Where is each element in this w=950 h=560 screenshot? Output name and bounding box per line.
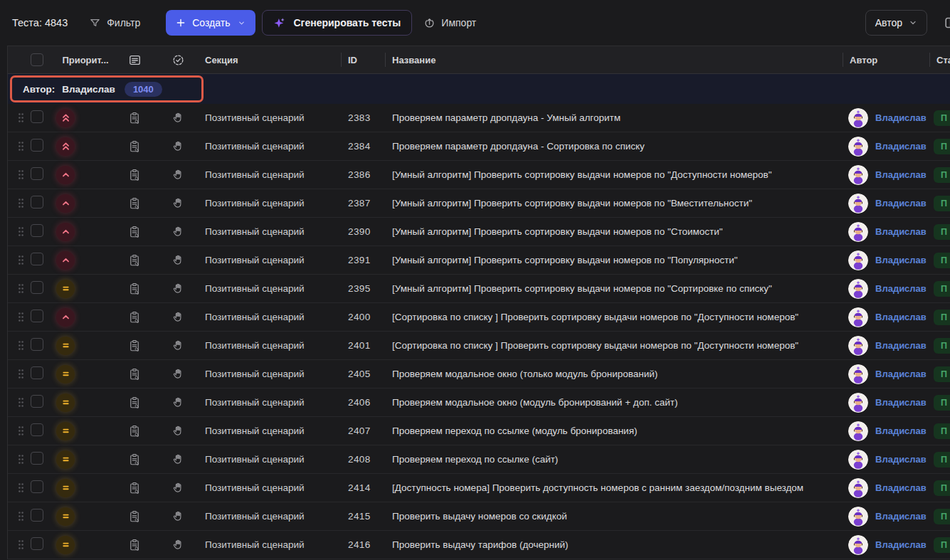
section-cell[interactable]: Позитивный сценарий [201,255,341,265]
status-column-header[interactable]: Ста [929,46,950,73]
author-name[interactable]: Владислав [875,169,927,180]
row-name[interactable]: [Умный алгоритм] Проверить сортировку вы… [385,169,843,180]
row-name[interactable]: Проверить выдачу номеров со скидкой [385,511,843,522]
drag-handle[interactable] [8,198,31,208]
section-cell[interactable]: Позитивный сценарий [201,397,341,408]
drag-handle[interactable] [8,511,31,522]
table-row[interactable]: Позитивный сценарий 2395 [Умный алгоритм… [8,275,950,303]
row-name[interactable]: Проверяем переход по ссылке (сайт) [385,454,843,465]
row-checkbox[interactable] [31,110,43,123]
table-row[interactable]: Позитивный сценарий 2405 Проверяем модал… [8,360,950,389]
row-name[interactable]: Проверяем модальное окно (только модуль … [385,369,843,379]
row-name[interactable]: [Умный алгоритм] Проверить сортировку вы… [385,283,843,294]
table-row[interactable]: Позитивный сценарий 2390 [Умный алгоритм… [8,218,950,246]
id-column-header[interactable]: ID [341,46,385,73]
section-cell[interactable]: Позитивный сценарий [201,539,341,550]
table-row[interactable]: Позитивный сценарий 2416 Проверить выдач… [8,531,950,559]
row-id[interactable]: 2383 [341,112,385,123]
table-row[interactable]: Позитивный сценарий 2408 Проверяем перех… [8,445,950,474]
drag-handle[interactable] [8,539,31,550]
columns-settings-icon[interactable] [944,15,950,31]
row-id[interactable]: 2390 [341,226,385,237]
create-button[interactable]: Создать [166,10,255,36]
row-id[interactable]: 2415 [341,511,385,522]
row-name[interactable]: [Умный алгоритм] Проверить сортировку вы… [385,226,843,237]
generate-tests-button[interactable]: Сгенерировать тесты [262,10,412,36]
row-name[interactable]: [Сортировка по списку ] Проверить сортир… [385,340,843,351]
row-id[interactable]: 2414 [341,482,385,493]
drag-handle[interactable] [8,482,31,493]
row-checkbox[interactable] [31,281,43,294]
section-cell[interactable]: Позитивный сценарий [201,426,341,436]
row-checkbox[interactable] [31,196,43,208]
drag-handle[interactable] [8,141,31,152]
row-checkbox[interactable] [31,423,43,436]
name-column-header[interactable]: Название [385,46,843,73]
section-cell[interactable]: Позитивный сценарий [201,340,341,351]
row-checkbox[interactable] [31,480,43,493]
row-checkbox[interactable] [31,139,43,152]
row-id[interactable]: 2407 [341,426,385,436]
drag-handle[interactable] [8,169,31,180]
section-cell[interactable]: Позитивный сценарий [201,482,341,493]
drag-handle[interactable] [8,369,31,379]
row-id[interactable]: 2408 [341,454,385,465]
section-cell[interactable]: Позитивный сценарий [201,283,341,294]
row-checkbox[interactable] [31,167,43,180]
table-row[interactable]: Позитивный сценарий 2384 Проверяем парам… [8,132,950,161]
drag-handle[interactable] [8,454,31,465]
row-id[interactable]: 2386 [341,169,385,180]
drag-handle[interactable] [8,340,31,351]
row-id[interactable]: 2387 [341,198,385,208]
author-name[interactable]: Владислав [875,255,927,265]
author-name[interactable]: Владислав [875,539,927,550]
author-name[interactable]: Владислав [875,426,927,436]
row-checkbox[interactable] [31,537,43,550]
row-name[interactable]: Проверяем параметр дропдауна - Сортировк… [385,141,843,152]
row-checkbox[interactable] [31,310,43,322]
row-id[interactable]: 2395 [341,283,385,294]
row-checkbox[interactable] [31,224,43,237]
row-id[interactable]: 2400 [341,312,385,322]
row-id[interactable]: 2384 [341,141,385,152]
author-name[interactable]: Владислав [875,112,927,123]
section-cell[interactable]: Позитивный сценарий [201,169,341,180]
row-id[interactable]: 2401 [341,340,385,351]
table-row[interactable]: Позитивный сценарий 2387 [Умный алгоритм… [8,189,950,218]
author-name[interactable]: Владислав [875,511,927,522]
row-name[interactable]: [Сортировка по списку ] Проверить сортир… [385,312,843,322]
row-id[interactable]: 2416 [341,539,385,550]
section-cell[interactable]: Позитивный сценарий [201,226,341,237]
row-id[interactable]: 2391 [341,255,385,265]
drag-handle[interactable] [8,426,31,436]
row-checkbox[interactable] [31,395,43,408]
author-name[interactable]: Владислав [875,141,927,152]
row-checkbox[interactable] [31,509,43,522]
section-cell[interactable]: Позитивный сценарий [201,141,341,152]
table-row[interactable]: Позитивный сценарий 2386 [Умный алгоритм… [8,161,950,189]
drag-handle[interactable] [8,397,31,408]
row-name[interactable]: Проверяем переход по ссылке (модуль брон… [385,426,843,436]
row-name[interactable]: Проверяем модальное окно (модуль брониро… [385,397,843,408]
drag-handle[interactable] [8,226,31,237]
author-name[interactable]: Владислав [875,397,927,408]
table-row[interactable]: Позитивный сценарий 2401 [Сортировка по … [8,332,950,360]
row-name[interactable]: [Умный алгоритм] Проверить сортировку вы… [385,198,843,208]
author-filter-dropdown[interactable]: Автор [865,10,927,36]
author-column-header[interactable]: Автор [843,46,929,73]
table-row[interactable]: Позитивный сценарий 2407 Проверяем перех… [8,417,950,445]
table-row[interactable]: Позитивный сценарий 2391 [Умный алгоритм… [8,246,950,275]
select-all-checkbox[interactable] [31,53,43,66]
section-cell[interactable]: Позитивный сценарий [201,454,341,465]
drag-handle[interactable] [8,312,31,322]
author-name[interactable]: Владислав [875,482,927,493]
row-name[interactable]: Проверить выдачу тарифов (дочерний) [385,539,843,550]
author-name[interactable]: Владислав [875,283,927,294]
section-cell[interactable]: Позитивный сценарий [201,369,341,379]
author-name[interactable]: Владислав [875,340,927,351]
section-column-header[interactable]: Секция [201,46,341,73]
automation-column-header[interactable] [154,46,201,73]
drag-handle[interactable] [8,255,31,265]
author-filter-chip[interactable]: Автор: Владислав 1040 [10,75,204,102]
row-checkbox[interactable] [31,366,43,379]
